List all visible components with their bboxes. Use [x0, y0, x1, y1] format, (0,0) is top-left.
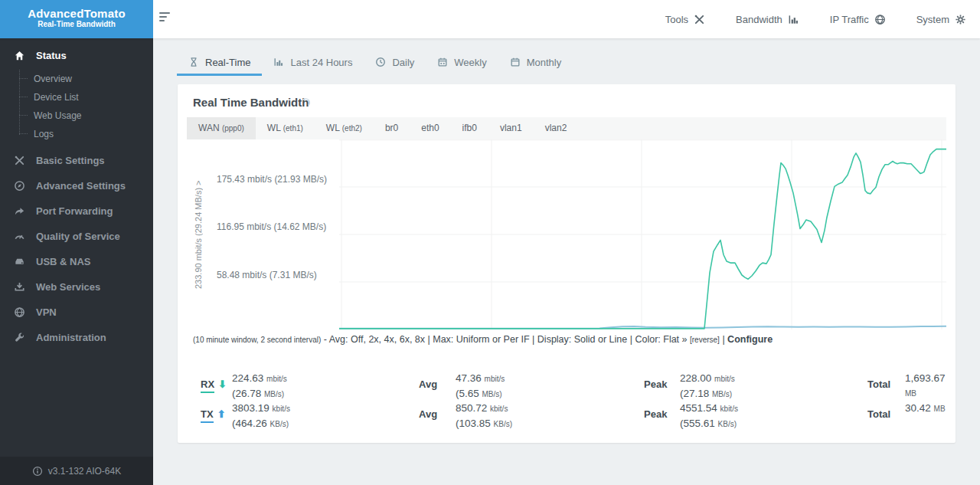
nav-tools[interactable]: Tools [665, 14, 705, 25]
compass-icon [14, 180, 26, 192]
calendar-grid-icon [437, 57, 448, 67]
iface-tab-wl-eth1[interactable]: WL (eth1) [256, 117, 315, 139]
sidebar-item-label: Administration [36, 332, 106, 343]
sidebar-item-advanced-settings[interactable]: Advanced Settings [0, 173, 153, 198]
y-tick-label: 116.95 mbit/s (14.62 MB/s) [217, 221, 326, 232]
tab-label: Real-Time [205, 57, 250, 68]
tx-avg-label: Avg [419, 408, 437, 420]
sidebar-item-device-list[interactable]: Device List [19, 88, 153, 107]
rx-peak-label: Peak [644, 378, 667, 390]
calendar-icon [510, 57, 521, 67]
window-note: (10 minute window, 2 second interval) [193, 336, 321, 344]
globe-icon [874, 14, 886, 25]
sidebar: Status Overview Device List Web Usage Lo… [0, 38, 153, 485]
info-icon [32, 466, 43, 477]
top-navigation: Tools Bandwidth IP Traffic System [665, 0, 966, 38]
tab-real-time[interactable]: Real-Time [177, 51, 262, 76]
iface-tab-eth0[interactable]: eth0 [410, 117, 450, 139]
sidebar-item-vpn[interactable]: VPN [0, 300, 153, 325]
rx-total-value: 1,693.67 MB [905, 371, 952, 401]
version-text: v3.1-132 AIO-64K [48, 466, 121, 477]
tab-weekly[interactable]: Weekly [426, 51, 498, 76]
sidebar-item-overview[interactable]: Overview [19, 70, 153, 88]
nav-ip-traffic-label: IP Traffic [830, 14, 869, 25]
gauge-icon [14, 231, 26, 242]
sidebar-item-label: Basic Settings [36, 155, 105, 166]
sidebar-item-label: Advanced Settings [36, 180, 126, 192]
sidebar-item-logs[interactable]: Logs [19, 125, 153, 143]
rx-current-value: 224.63 mbit/s (26.78 MB/s) [232, 371, 287, 401]
chart-options-bar: (10 minute window, 2 second interval) - … [193, 334, 773, 345]
nav-bandwidth-label: Bandwidth [736, 14, 782, 25]
bandwidth-chart: 233.90 mbit/s (29.24 MB/s) > 175.43 mbit… [178, 139, 956, 329]
sidebar-item-web-services[interactable]: Web Services [0, 274, 153, 300]
sidebar-item-label: Port Forwarding [36, 205, 113, 217]
nav-system[interactable]: System [916, 14, 966, 25]
sidebar-item-basic-settings[interactable]: Basic Settings [0, 148, 153, 173]
tab-daily[interactable]: Daily [364, 51, 426, 76]
clock-icon [375, 57, 386, 67]
rx-avg-value: 47.36 mbit/s (5.65 MB/s) [456, 371, 505, 401]
app-title: AdvancedTomato [0, 7, 153, 20]
rx-peak-value: 228.00 mbit/s (27.18 MB/s) [680, 371, 735, 401]
sidebar-item-label: VPN [36, 306, 57, 318]
rx-toggle[interactable]: RX⬇ [201, 378, 227, 390]
firmware-version: v3.1-132 AIO-64K [0, 457, 153, 485]
chart-plot-area [339, 139, 946, 329]
reverse-link[interactable]: [reverse] [690, 336, 720, 344]
bar-chart-icon [788, 14, 799, 25]
download-icon [14, 281, 26, 293]
nav-bandwidth[interactable]: Bandwidth [736, 14, 799, 25]
menu-collapse-icon[interactable] [159, 12, 175, 26]
configure-link[interactable]: Configure [727, 334, 773, 345]
app-subtitle: Real-Time Bandwidth [0, 20, 153, 29]
sidebar-item-status[interactable]: Status [0, 38, 153, 68]
tx-peak-label: Peak [644, 408, 667, 420]
tab-label: Monthly [527, 57, 562, 68]
rx-stats-row: RX⬇ 224.63 mbit/s (26.78 MB/s) Avg 47.36… [178, 370, 956, 401]
tools-icon [694, 14, 705, 25]
iface-tab-vlan2[interactable]: vlan2 [534, 117, 579, 139]
tx-total-label: Total [867, 408, 890, 420]
tx-current-value: 3803.19 kbit/s (464.26 KB/s) [232, 401, 290, 431]
iface-tab-wan-ppp0[interactable]: WAN (ppp0) [187, 117, 256, 139]
forward-arrow-icon [14, 205, 26, 217]
iface-tab-br0[interactable]: br0 [374, 117, 410, 139]
y-tick-label: 175.43 mbit/s (21.93 MB/s) [217, 174, 327, 185]
app-logo[interactable]: AdvancedTomato Real-Time Bandwidth [0, 0, 153, 38]
chart-controls[interactable]: Avg: Off, 2x, 4x, 6x, 8x | Max: Uniform … [329, 334, 690, 345]
tab-last-24-hours[interactable]: Last 24 Hours [262, 51, 364, 76]
nav-system-label: System [916, 14, 949, 25]
nav-ip-traffic[interactable]: IP Traffic [830, 14, 886, 25]
iface-tab-vlan1[interactable]: vlan1 [488, 117, 534, 139]
tx-avg-value: 850.72 kbit/s (103.85 KB/s) [456, 401, 512, 431]
sidebar-item-usb-nas[interactable]: USB & NAS [0, 249, 153, 274]
sidebar-item-administration[interactable]: Administration [0, 325, 153, 350]
hourglass-icon [188, 57, 199, 67]
status-subtree: Overview Device List Web Usage Logs [19, 70, 153, 143]
loading-spinner-icon [301, 98, 310, 107]
hard-drive-icon [14, 256, 26, 267]
sidebar-item-label: Web Services [36, 281, 100, 293]
home-icon [14, 50, 26, 61]
top-bar: AdvancedTomato Real-Time Bandwidth Tools… [0, 0, 980, 38]
series-rx-line [339, 149, 946, 329]
tx-stats-row: TX⬆ 3803.19 kbit/s (464.26 KB/s) Avg 850… [178, 400, 956, 431]
bandwidth-card: Real Time Bandwidth WAN (ppp0) WL (eth1)… [178, 84, 956, 443]
gears-icon [955, 14, 966, 25]
interface-tabs: WAN (ppp0) WL (eth1) WL (eth2) br0 eth0 … [187, 117, 946, 139]
sidebar-item-label: Status [36, 50, 67, 61]
iface-tab-wl-eth2[interactable]: WL (eth2) [315, 117, 374, 139]
sidebar-item-label: USB & NAS [36, 256, 91, 267]
tab-monthly[interactable]: Monthly [498, 51, 573, 76]
tx-total-value: 30.42 MB [905, 401, 952, 416]
tx-toggle[interactable]: TX⬆ [201, 408, 226, 420]
wrench-icon [14, 332, 26, 343]
tab-label: Last 24 Hours [290, 57, 352, 68]
sidebar-item-web-usage[interactable]: Web Usage [19, 107, 153, 125]
sidebar-item-quality-of-service[interactable]: Quality of Service [0, 224, 153, 249]
iface-tab-ifb0[interactable]: ifb0 [451, 117, 488, 139]
sidebar-item-port-forwarding[interactable]: Port Forwarding [0, 198, 153, 224]
bandwidth-chart-svg [339, 139, 946, 329]
rx-total-label: Total [867, 378, 890, 390]
